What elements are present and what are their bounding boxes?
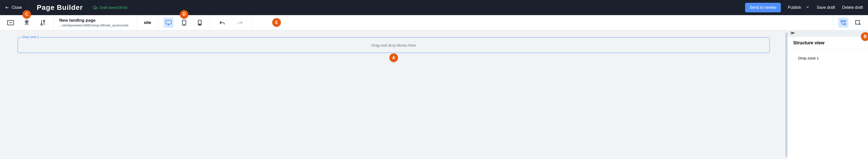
page-path: ...ntent/preview/1486/1/eng-GB/site_acce… (59, 24, 128, 27)
close-label: Close (11, 5, 22, 10)
publish-label: Publish (788, 5, 801, 10)
svg-point-6 (41, 24, 42, 25)
structure-list: Drop zone 1 (788, 50, 868, 67)
mobile-view-button[interactable] (195, 18, 205, 28)
add-block-button[interactable] (853, 18, 863, 28)
svg-rect-19 (856, 21, 860, 24)
layout-view-button[interactable] (5, 18, 16, 28)
site-selector[interactable]: site (137, 15, 158, 30)
annotation-badge-e: E (272, 18, 281, 27)
svg-rect-17 (844, 21, 846, 22)
svg-rect-9 (166, 21, 171, 24)
undo-button[interactable] (217, 18, 227, 28)
draft-status-text: Draft saved 09:43 (99, 5, 127, 9)
svg-point-8 (43, 20, 45, 22)
annotation-badge-d: D (180, 10, 188, 19)
main-area: Drop zone 1 Drag and drop blocks here A … (0, 30, 868, 159)
send-to-review-button[interactable]: Send to review (745, 3, 781, 12)
svg-point-13 (184, 24, 184, 25)
annotation-badge-b: B (861, 32, 868, 41)
site-label: site (144, 20, 151, 25)
drop-zone-legend: Drop zone 1 (22, 35, 40, 39)
fields-button[interactable] (38, 18, 48, 28)
structure-item[interactable]: Drop zone 1 (793, 55, 863, 62)
annotation-badge-a: A (390, 54, 398, 62)
redo-button[interactable] (235, 18, 245, 28)
chevron-down-icon (806, 5, 810, 10)
arrow-left-icon (5, 5, 9, 9)
toolbar: C New landing page ...ntent/preview/1486… (0, 15, 868, 30)
publish-button[interactable]: Publish (788, 5, 810, 10)
save-draft-button[interactable]: Save draft (817, 5, 835, 10)
structure-collapse-bar[interactable] (788, 30, 868, 37)
desktop-view-button[interactable] (163, 18, 174, 28)
svg-point-4 (26, 21, 27, 22)
svg-rect-16 (841, 21, 843, 22)
collapse-left-icon (791, 31, 795, 36)
topbar-actions: Send to review Publish Save draft Delete… (745, 3, 863, 12)
page-name: New landing page (59, 18, 96, 23)
annotation-badge-c: C (23, 10, 31, 19)
topbar: Close Page Builder Draft saved 09:43 Sen… (0, 0, 868, 15)
preview-button[interactable]: C (22, 18, 32, 28)
drop-zone[interactable]: Drop zone 1 Drag and drop blocks here (18, 37, 770, 53)
structure-title-row: Structure view B (788, 37, 868, 50)
page-info: New landing page ...ntent/preview/1486/1… (54, 15, 137, 30)
cloud-check-icon (93, 5, 97, 10)
svg-rect-18 (844, 24, 846, 25)
canvas: Drop zone 1 Drag and drop blocks here A (0, 30, 787, 159)
structure-view-button[interactable] (838, 18, 848, 28)
scrollbar[interactable] (785, 32, 787, 157)
drop-zone-placeholder: Drag and drop blocks here (372, 43, 416, 47)
tablet-view-button[interactable]: D (179, 18, 189, 28)
delete-draft-button[interactable]: Delete draft (842, 5, 863, 10)
draft-status: Draft saved 09:43 (93, 5, 127, 10)
structure-title: Structure view (793, 40, 863, 45)
app-title: Page Builder (37, 3, 83, 11)
structure-panel: Structure view B Drop zone 1 (787, 30, 868, 159)
svg-rect-15 (199, 24, 200, 25)
